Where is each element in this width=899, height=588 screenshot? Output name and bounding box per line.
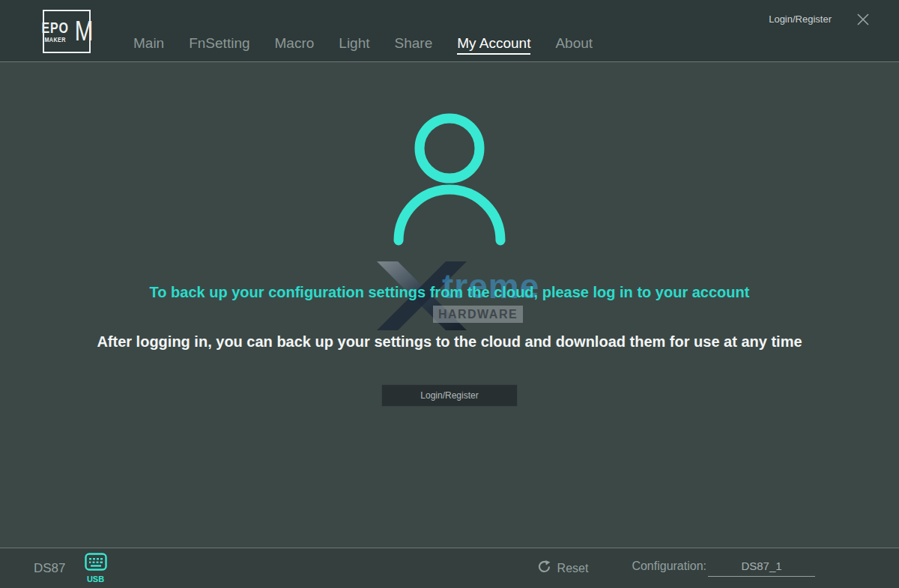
my-account-panel: treme HARDWARE To back up your configura… bbox=[0, 62, 899, 548]
tab-main[interactable]: Main bbox=[133, 35, 164, 61]
title-bar: EPO MAKER M Main FnSetting Macro Light S… bbox=[0, 0, 899, 62]
cloud-backup-subheading: After logging in, you can back up your s… bbox=[0, 333, 899, 351]
reset-refresh-icon bbox=[538, 560, 551, 576]
logo-text-block: EPO MAKER bbox=[41, 20, 68, 43]
reset-button[interactable]: Reset bbox=[538, 560, 589, 576]
device-usb-tab[interactable]: USB bbox=[85, 553, 107, 584]
logo-m: M bbox=[75, 19, 94, 43]
configuration-group: Configuration: DS87_1 bbox=[632, 560, 815, 577]
logo-maker: MAKER bbox=[44, 37, 65, 43]
cloud-backup-heading: To back up your configuration settings f… bbox=[0, 284, 899, 301]
watermark-hardware-text: HARDWARE bbox=[433, 306, 523, 323]
epomaker-logo: EPO MAKER M bbox=[43, 10, 91, 53]
status-bar: DS87 USB Reset bbox=[0, 548, 899, 588]
tab-fnsetting[interactable]: FnSetting bbox=[189, 35, 249, 61]
logo-epo: EPO bbox=[41, 20, 68, 35]
reset-label: Reset bbox=[557, 562, 589, 575]
configuration-label: Configuration: bbox=[632, 560, 706, 573]
tab-about[interactable]: About bbox=[555, 35, 593, 61]
main-nav: Main FnSetting Macro Light Share My Acco… bbox=[133, 35, 593, 61]
tab-macro[interactable]: Macro bbox=[275, 35, 315, 61]
device-name: DS87 bbox=[34, 561, 66, 576]
tab-light[interactable]: Light bbox=[339, 35, 369, 61]
login-register-button[interactable]: Login/Register bbox=[381, 384, 518, 407]
close-icon[interactable] bbox=[856, 13, 870, 26]
user-icon bbox=[393, 112, 506, 249]
tab-share[interactable]: Share bbox=[395, 35, 433, 61]
login-register-link[interactable]: Login/Register bbox=[769, 13, 832, 25]
connection-type-label: USB bbox=[87, 575, 104, 584]
configuration-value-field[interactable]: DS87_1 bbox=[708, 560, 815, 577]
keyboard-icon bbox=[85, 553, 107, 574]
tab-my-account[interactable]: My Account bbox=[457, 35, 530, 61]
